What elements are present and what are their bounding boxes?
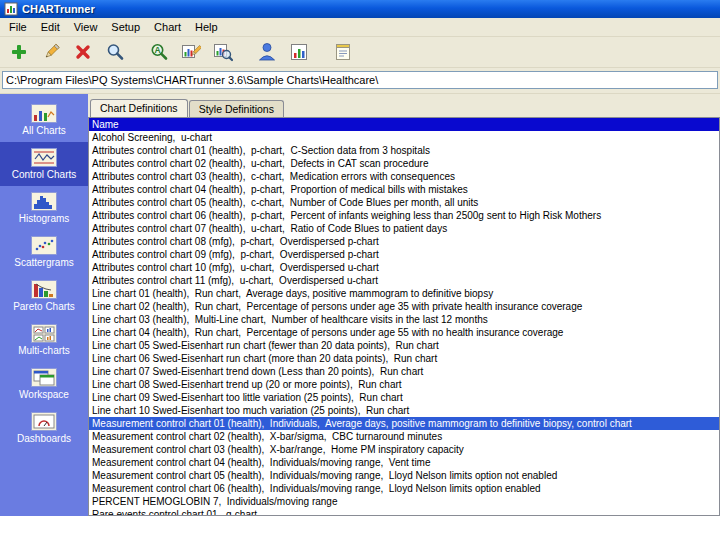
list-row[interactable]: Measurement control chart 01 (health), I… bbox=[89, 417, 719, 430]
sidebar-item-label: Multi-charts bbox=[18, 345, 70, 356]
sidebar-item-pareto-charts[interactable]: Pareto Charts bbox=[0, 274, 88, 318]
list-row[interactable]: Attributes control chart 03 (health), c-… bbox=[89, 170, 719, 183]
sidebar-item-label: Dashboards bbox=[17, 433, 71, 444]
pencil-icon bbox=[41, 42, 61, 62]
sidebar-item-label: Histograms bbox=[19, 213, 70, 224]
sidebar-item-all-charts[interactable]: All Charts bbox=[0, 98, 88, 142]
toolbar-separator bbox=[241, 52, 249, 53]
delete-icon bbox=[73, 42, 93, 62]
list-row[interactable]: Line chart 08 Swed-Eisenhart trend up (2… bbox=[89, 378, 719, 391]
chart-edit-icon bbox=[181, 42, 201, 62]
list-row[interactable]: Line chart 10 Swed-Eisenhart too much va… bbox=[89, 404, 719, 417]
edit-button[interactable] bbox=[37, 39, 65, 65]
control-charts-icon bbox=[31, 148, 57, 167]
list-row[interactable]: Measurement control chart 03 (health), X… bbox=[89, 443, 719, 456]
title-bar: CHARTrunner bbox=[0, 0, 720, 18]
list-row[interactable]: PERCENT HEMOGLOBIN 7, Individuals/moving… bbox=[89, 495, 719, 508]
app-icon bbox=[4, 2, 18, 16]
preview-chart-button[interactable] bbox=[209, 39, 237, 65]
list-row[interactable]: Line chart 03 (health), Multi-Line chart… bbox=[89, 313, 719, 326]
list-row[interactable]: Attributes control chart 11 (mfg), u-cha… bbox=[89, 274, 719, 287]
list-row[interactable]: Attributes control chart 05 (health), c-… bbox=[89, 196, 719, 209]
list-row[interactable]: Attributes control chart 10 (mfg), u-cha… bbox=[89, 261, 719, 274]
list-row[interactable]: Measurement control chart 05 (health), I… bbox=[89, 469, 719, 482]
list-row[interactable]: Rare events control chart 01, g-chart bbox=[89, 508, 719, 515]
pareto-charts-icon bbox=[31, 280, 57, 299]
list-row[interactable]: Line chart 05 Swed-Eisenhart run chart (… bbox=[89, 339, 719, 352]
path-bar bbox=[0, 68, 720, 94]
menu-help[interactable]: Help bbox=[188, 20, 225, 34]
toolbar-separator bbox=[133, 52, 141, 53]
list-row[interactable]: Measurement control chart 04 (health), I… bbox=[89, 456, 719, 469]
list-header-name[interactable]: Name bbox=[89, 118, 719, 131]
list-row[interactable]: Attributes control chart 08 (mfg), p-cha… bbox=[89, 235, 719, 248]
all-charts-icon bbox=[31, 104, 57, 123]
user-icon bbox=[256, 41, 278, 63]
list-row[interactable]: Attributes control chart 02 (health), u-… bbox=[89, 157, 719, 170]
list-row[interactable]: Line chart 07 Swed-Eisenhart trend down … bbox=[89, 365, 719, 378]
preview-button[interactable] bbox=[101, 39, 129, 65]
add-button[interactable] bbox=[5, 39, 33, 65]
list-row[interactable]: Attributes control chart 09 (mfg), p-cha… bbox=[89, 248, 719, 261]
sidebar-item-workspace[interactable]: Workspace bbox=[0, 362, 88, 406]
menu-setup[interactable]: Setup bbox=[104, 20, 147, 34]
chart-button[interactable] bbox=[285, 39, 313, 65]
sidebar: All ChartsControl ChartsHistogramsScatte… bbox=[0, 94, 88, 516]
toolbar: A bbox=[0, 37, 720, 68]
list-row[interactable]: Attributes control chart 07 (health), u-… bbox=[89, 222, 719, 235]
delete-button[interactable] bbox=[69, 39, 97, 65]
sidebar-item-label: Pareto Charts bbox=[13, 301, 75, 312]
tab-style-definitions[interactable]: Style Definitions bbox=[189, 100, 284, 117]
mini-chart-icon bbox=[289, 42, 309, 62]
notes-button[interactable] bbox=[329, 39, 357, 65]
sidebar-item-multi-charts[interactable]: Multi-charts bbox=[0, 318, 88, 362]
scattergrams-icon bbox=[31, 236, 57, 255]
path-input[interactable] bbox=[2, 71, 718, 89]
list-row[interactable]: Measurement control chart 02 (health), X… bbox=[89, 430, 719, 443]
histograms-icon bbox=[31, 192, 57, 211]
check-data-button[interactable]: A bbox=[145, 39, 173, 65]
svg-text:A: A bbox=[154, 45, 160, 55]
multi-charts-icon bbox=[31, 324, 57, 343]
magnifier-a-icon: A bbox=[149, 42, 169, 62]
chart-definition-list: Name Alcohol Screening, u-chartAttribute… bbox=[88, 117, 720, 516]
chart-magnifier-icon bbox=[213, 42, 233, 62]
sidebar-item-scattergrams[interactable]: Scattergrams bbox=[0, 230, 88, 274]
dashboards-icon bbox=[31, 412, 57, 431]
tab-chart-definitions[interactable]: Chart Definitions bbox=[90, 99, 188, 117]
magnifier-icon bbox=[105, 42, 125, 62]
list-row[interactable]: Attributes control chart 06 (health), p-… bbox=[89, 209, 719, 222]
list-row[interactable]: Alcohol Screening, u-chart bbox=[89, 131, 719, 144]
sidebar-item-control-charts[interactable]: Control Charts bbox=[0, 142, 88, 186]
add-icon bbox=[9, 42, 29, 62]
notepad-icon bbox=[333, 42, 353, 62]
list-row[interactable]: Line chart 06 Swed-Eisenhart run chart (… bbox=[89, 352, 719, 365]
sidebar-item-label: Scattergrams bbox=[14, 257, 73, 268]
list-row[interactable]: Attributes control chart 04 (health), p-… bbox=[89, 183, 719, 196]
list-row[interactable]: Line chart 09 Swed-Eisenhart too little … bbox=[89, 391, 719, 404]
tab-strip: Chart DefinitionsStyle Definitions bbox=[88, 94, 720, 117]
list-body: Alcohol Screening, u-chartAttributes con… bbox=[89, 131, 719, 515]
user-button[interactable] bbox=[253, 39, 281, 65]
menu-view[interactable]: View bbox=[67, 20, 105, 34]
main-area: All ChartsControl ChartsHistogramsScatte… bbox=[0, 94, 720, 516]
menu-file[interactable]: File bbox=[2, 20, 34, 34]
list-row[interactable]: Measurement control chart 06 (health), I… bbox=[89, 482, 719, 495]
list-row[interactable]: Line chart 02 (health), Run chart, Perce… bbox=[89, 300, 719, 313]
sidebar-item-label: Workspace bbox=[19, 389, 69, 400]
window-title: CHARTrunner bbox=[22, 3, 95, 15]
list-row[interactable]: Attributes control chart 01 (health), p-… bbox=[89, 144, 719, 157]
list-row[interactable]: Line chart 04 (health), Run chart, Perce… bbox=[89, 326, 719, 339]
content-area: Chart DefinitionsStyle Definitions Name … bbox=[88, 94, 720, 516]
menu-bar: FileEditViewSetupChartHelp bbox=[0, 18, 720, 37]
list-row[interactable]: Line chart 01 (health), Run chart, Avera… bbox=[89, 287, 719, 300]
toolbar-separator bbox=[317, 52, 325, 53]
menu-chart[interactable]: Chart bbox=[147, 20, 188, 34]
sidebar-item-label: All Charts bbox=[22, 125, 65, 136]
sidebar-item-dashboards[interactable]: Dashboards bbox=[0, 406, 88, 450]
menu-edit[interactable]: Edit bbox=[34, 20, 67, 34]
sidebar-item-histograms[interactable]: Histograms bbox=[0, 186, 88, 230]
edit-chart-button[interactable] bbox=[177, 39, 205, 65]
workspace-icon bbox=[31, 368, 57, 387]
app-window: CHARTrunner FileEditViewSetupChartHelp A… bbox=[0, 0, 720, 516]
